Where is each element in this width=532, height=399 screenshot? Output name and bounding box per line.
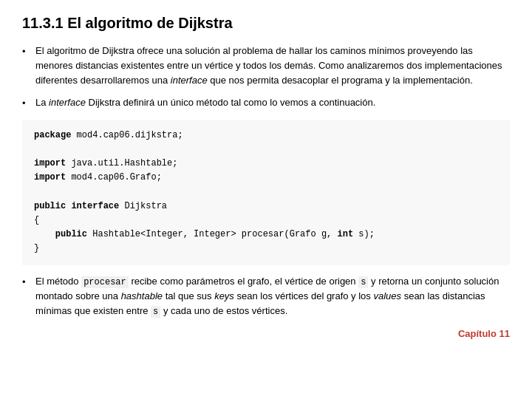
chapter-label: Capítulo 11 <box>22 328 510 339</box>
bullet-dot-2: • <box>22 95 35 111</box>
code-block: package mod4.cap06.dijkstra; import java… <box>22 120 510 265</box>
code-s2: s <box>151 306 160 318</box>
bullet-item-1: • El algoritmo de Dijkstra ofrece una so… <box>22 44 510 88</box>
code-line-interface: public interface Dijkstra <box>34 200 498 214</box>
bottom-bullets-section: • El método procesar recibe como parámet… <box>22 274 510 319</box>
bottom-bullet-text-1: El método procesar recibe como parámetro… <box>35 274 510 319</box>
bullets-section: • El algoritmo de Dijkstra ofrece una so… <box>22 44 510 111</box>
code-line-method: public Hashtable<Integer, Integer> proce… <box>34 228 498 242</box>
bottom-bullet-item-1: • El método procesar recibe como parámet… <box>22 274 510 319</box>
code-procesar: procesar <box>81 276 129 288</box>
code-s1: s <box>358 276 368 288</box>
code-line-blank1 <box>34 143 498 157</box>
bullet-item-2: • La interface Dijkstra definirá un únic… <box>22 95 510 111</box>
code-line-import2: import mod4.cap06.Grafo; <box>34 171 498 185</box>
italic-interface-1: interface <box>171 75 208 86</box>
italic-interface-2: interface <box>49 97 86 108</box>
code-line-import1: import java.util.Hashtable; <box>34 157 498 171</box>
bullet-text-1: El algoritmo de Dijkstra ofrece una solu… <box>35 44 510 88</box>
bottom-bullet-dot-1: • <box>22 274 35 290</box>
code-line-blank2 <box>34 185 498 200</box>
code-line-open: { <box>34 214 498 228</box>
code-line-close: } <box>34 242 498 256</box>
bullet-dot-1: • <box>22 44 35 59</box>
code-line-package: package mod4.cap06.dijkstra; <box>34 129 498 143</box>
page-title: 11.3.1 El algoritmo de Dijkstra <box>22 15 510 32</box>
italic-hashtable: hashtable <box>121 290 163 301</box>
bullet-text-2: La interface Dijkstra definirá un único … <box>35 95 510 110</box>
italic-keys: keys <box>214 290 234 301</box>
italic-values: values <box>373 290 401 301</box>
